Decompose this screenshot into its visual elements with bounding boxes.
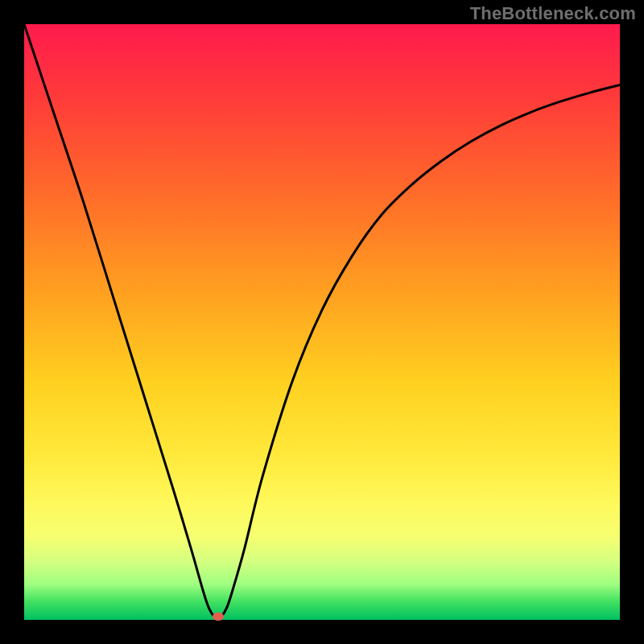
chart-frame: TheBottleneck.com [0,0,644,644]
attribution-text: TheBottleneck.com [470,3,636,24]
optimal-point-marker [213,613,224,621]
plot-area [24,24,620,620]
bottleneck-curve [24,24,620,618]
curve-svg [24,24,620,620]
